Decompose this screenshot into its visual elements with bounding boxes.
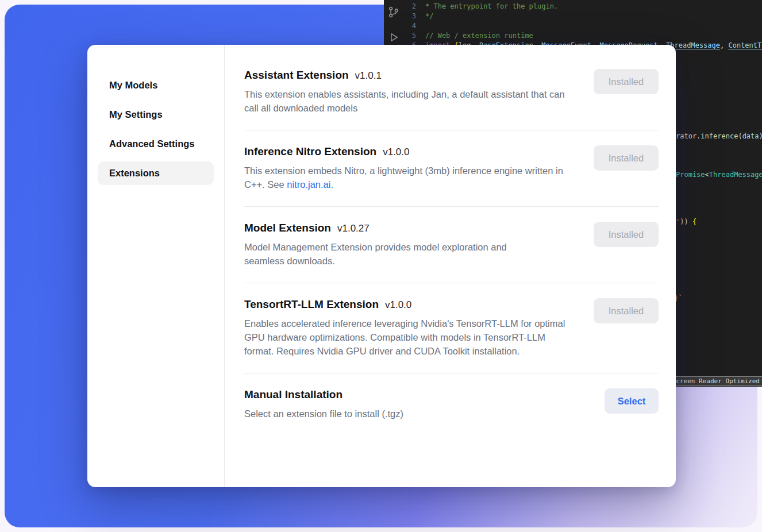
extension-title: Assistant Extension: [244, 69, 349, 82]
extension-title: Manual Installation: [244, 388, 342, 401]
extension-title: Model Extension: [244, 222, 331, 234]
extension-info: Model Extension v1.0.27 Model Management…: [244, 222, 532, 268]
code-fragment: Promise<ThreadMessage>: [676, 170, 762, 179]
code-text: */: [425, 11, 433, 21]
sidebar-item-my-models[interactable]: My Models: [98, 74, 214, 97]
line-number: 3: [403, 11, 425, 21]
code-line: 4: [403, 21, 762, 31]
code-text: // Web / extension runtime: [425, 31, 533, 41]
settings-modal: My Models My Settings Advanced Settings …: [87, 45, 676, 487]
select-file-button[interactable]: Select: [605, 388, 659, 414]
extension-row-manual-installation: Manual Installation Select an extension …: [244, 373, 659, 435]
nitro-jan-ai-link[interactable]: nitro.jan.ai.: [287, 179, 333, 190]
line-number: 2: [403, 2, 425, 11]
extension-title-line: Inference Nitro Extension v1.0.0: [244, 145, 576, 158]
extension-info: Inference Nitro Extension v1.0.0 This ex…: [244, 145, 576, 191]
installed-button[interactable]: Installed: [594, 298, 659, 323]
extension-title-line: TensortRT-LLM Extension v1.0.0: [244, 298, 576, 311]
installed-button[interactable]: Installed: [594, 69, 659, 94]
sidebar-item-extensions[interactable]: Extensions: [98, 161, 214, 185]
settings-sidebar: My Models My Settings Advanced Settings …: [87, 45, 225, 487]
sidebar-item-my-settings[interactable]: My Settings: [98, 103, 214, 126]
line-number: 5: [403, 31, 425, 41]
code-line: 3*/: [403, 11, 762, 21]
desktop: 2* The entrypoint for the plugin.3*/45//…: [0, 0, 762, 532]
extension-info: Assistant Extension v1.0.1 This extensio…: [244, 69, 576, 115]
code-line: 5// Web / extension runtime: [403, 31, 762, 41]
extension-version: v1.0.0: [385, 299, 411, 311]
code-fragment: rator.inference(data));: [676, 132, 762, 141]
extension-title-line: Assistant Extension v1.0.1: [244, 69, 576, 82]
screen-reader-status-chip[interactable]: Screen Reader Optimized: [668, 376, 762, 386]
extension-description: This extension embeds Nitro, a lightweig…: [244, 164, 576, 191]
extension-description: Model Management Extension provides mode…: [244, 240, 532, 268]
extension-version: v1.0.27: [337, 223, 370, 234]
extension-version: v1.0.0: [383, 147, 409, 158]
extension-row-model: Model Extension v1.0.27 Model Management…: [244, 207, 659, 283]
extension-description: Enables accelerated inference leveraging…: [244, 317, 576, 358]
extension-info: TensortRT-LLM Extension v1.0.0 Enables a…: [244, 298, 576, 358]
sidebar-item-advanced-settings[interactable]: Advanced Settings: [98, 132, 214, 156]
code-line: 2* The entrypoint for the plugin.: [403, 2, 762, 11]
extension-row-tensorrt-llm: TensortRT-LLM Extension v1.0.0 Enables a…: [244, 283, 659, 373]
source-control-icon[interactable]: [387, 6, 400, 18]
extension-description: Select an extension file to install (.tg…: [244, 407, 403, 421]
code-lines[interactable]: 2* The entrypoint for the plugin.3*/45//…: [403, 2, 762, 51]
extension-version: v1.0.1: [355, 70, 382, 82]
run-debug-icon[interactable]: [387, 31, 400, 44]
code-text: * The entrypoint for the plugin.: [425, 2, 558, 11]
extension-title: Inference Nitro Extension: [244, 145, 376, 158]
line-number: 4: [403, 21, 425, 31]
extensions-panel: Assistant Extension v1.0.1 This extensio…: [225, 45, 676, 487]
installed-button[interactable]: Installed: [594, 222, 659, 247]
extension-description: This extension enables assistants, inclu…: [244, 87, 576, 115]
extension-title-line: Model Extension v1.0.27: [244, 222, 532, 234]
extension-row-inference-nitro: Inference Nitro Extension v1.0.0 This ex…: [244, 130, 659, 206]
extension-row-assistant: Assistant Extension v1.0.1 This extensio…: [244, 54, 659, 130]
extension-info: Manual Installation Select an extension …: [244, 388, 403, 421]
extension-title: TensortRT-LLM Extension: [244, 298, 379, 311]
installed-button[interactable]: Installed: [594, 145, 659, 171]
extension-title-line: Manual Installation: [244, 388, 403, 401]
code-fragment: ')) {: [676, 217, 696, 226]
